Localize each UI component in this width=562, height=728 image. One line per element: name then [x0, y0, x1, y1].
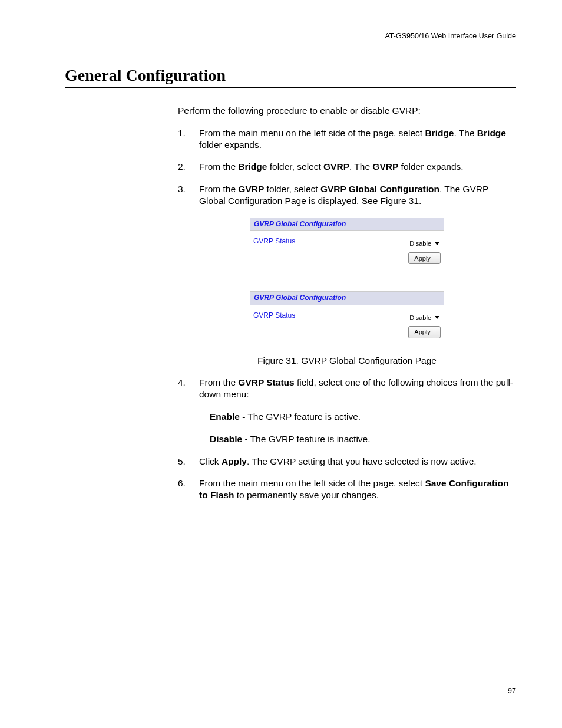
panel-title: GVRP Global Configuration	[250, 291, 444, 305]
step-text: From the Bridge folder, select GVRP. The…	[199, 162, 464, 172]
panel-title: GVRP Global Configuration	[250, 218, 444, 231]
step-number: 1.	[178, 127, 186, 139]
select-value: Disable	[409, 239, 431, 248]
page-number: 97	[508, 687, 516, 695]
panel-controls: Disable Apply	[408, 237, 441, 264]
step-4: 4. From the GVRP Status field, select on…	[178, 377, 516, 400]
step-number: 6.	[178, 477, 186, 489]
step-text: From the main menu on the left side of t…	[199, 478, 509, 500]
step-number: 2.	[178, 161, 186, 173]
apply-button[interactable]: Apply	[408, 326, 441, 338]
panel-row: GVRP Status Disable Apply	[250, 231, 444, 264]
step-number: 4.	[178, 377, 186, 388]
gvrp-status-select[interactable]: Disable	[408, 314, 441, 322]
step-number: 5.	[178, 456, 186, 467]
procedure-list: 1. From the main menu on the left side o…	[178, 127, 516, 207]
panel-controls: Disable Apply	[408, 311, 441, 338]
gvrp-panel-2: GVRP Global Configuration GVRP Status Di…	[250, 291, 444, 338]
step-text: From the main menu on the left side of t…	[199, 128, 506, 150]
section-title: General Configuration	[65, 66, 516, 88]
page-content: Perform the following procedure to enabl…	[178, 105, 516, 512]
gvrp-status-label: GVRP Status	[253, 311, 295, 320]
gvrp-panel-1: GVRP Global Configuration GVRP Status Di…	[250, 218, 444, 264]
step-number: 3.	[178, 183, 186, 195]
chevron-down-icon	[435, 316, 439, 319]
header-guide-title: AT-GS950/16 Web Interface User Guide	[385, 32, 516, 40]
figure-31: GVRP Global Configuration GVRP Status Di…	[250, 218, 444, 338]
option-disable: Disable - The GVRP feature is inactive.	[210, 433, 516, 445]
figure-caption: Figure 31. GVRP Global Configuration Pag…	[178, 355, 516, 367]
apply-button[interactable]: Apply	[408, 252, 441, 264]
option-enable: Enable - The GVRP feature is active.	[210, 411, 516, 423]
gvrp-status-label: GVRP Status	[253, 237, 295, 246]
chevron-down-icon	[435, 242, 439, 245]
procedure-list-continued: 4. From the GVRP Status field, select on…	[178, 377, 516, 400]
step-text: Click Apply. The GVRP setting that you h…	[199, 456, 477, 466]
step-3: 3. From the GVRP folder, select GVRP Glo…	[178, 183, 516, 207]
step-6: 6. From the main menu on the left side o…	[178, 477, 516, 501]
intro-text: Perform the following procedure to enabl…	[178, 105, 516, 117]
step-2: 2. From the Bridge folder, select GVRP. …	[178, 161, 516, 173]
step-1: 1. From the main menu on the left side o…	[178, 127, 516, 151]
panel-row: GVRP Status Disable Apply	[250, 305, 444, 338]
step-text: From the GVRP Status field, select one o…	[199, 377, 513, 399]
step-5: 5. Click Apply. The GVRP setting that yo…	[178, 456, 516, 467]
select-value: Disable	[409, 314, 431, 322]
gvrp-status-select[interactable]: Disable	[408, 239, 441, 248]
step-text: From the GVRP folder, select GVRP Global…	[199, 184, 488, 206]
procedure-list-end: 5. Click Apply. The GVRP setting that yo…	[178, 456, 516, 501]
